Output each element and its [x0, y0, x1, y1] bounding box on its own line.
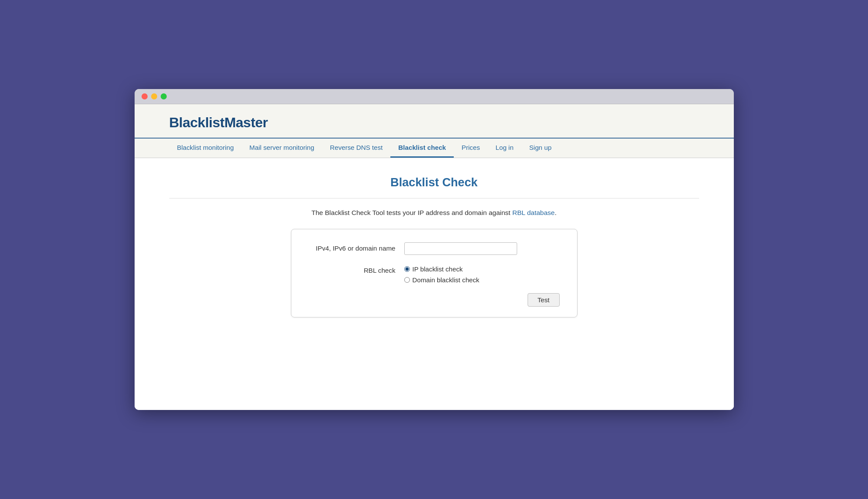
nav-log-in[interactable]: Log in: [488, 139, 521, 158]
description: The Blacklist Check Tool tests your IP a…: [169, 209, 699, 217]
traffic-light-yellow[interactable]: [151, 93, 157, 99]
rbl-check-row: RBL check IP blacklist check Domain blac…: [309, 264, 560, 284]
rbl-label: RBL check: [309, 264, 396, 274]
divider: [169, 198, 699, 198]
nav-reverse-dns-test[interactable]: Reverse DNS test: [322, 139, 391, 158]
site-header: BlacklistMaster: [135, 104, 734, 139]
site-nav: Blacklist monitoring Mail server monitor…: [135, 139, 734, 158]
ip-blacklist-check-radio[interactable]: [404, 266, 410, 272]
description-text-part1: The Blacklist Check Tool tests your IP a…: [311, 209, 512, 216]
ip-input-row: IPv4, IPv6 or domain name: [309, 242, 560, 255]
page-title: Blacklist Check: [169, 175, 699, 189]
domain-blacklist-check-label[interactable]: Domain blacklist check: [404, 276, 479, 284]
domain-blacklist-check-radio[interactable]: [404, 277, 410, 283]
ip-blacklist-check-text: IP blacklist check: [413, 265, 463, 273]
nav-blacklist-monitoring[interactable]: Blacklist monitoring: [169, 139, 242, 158]
nav-prices[interactable]: Prices: [454, 139, 488, 158]
domain-blacklist-check-text: Domain blacklist check: [413, 276, 479, 284]
ip-input[interactable]: [404, 242, 517, 255]
test-button[interactable]: Test: [528, 293, 560, 307]
browser-titlebar: [135, 89, 734, 104]
traffic-light-red[interactable]: [142, 93, 148, 99]
radio-group: IP blacklist check Domain blacklist chec…: [404, 264, 479, 284]
form-actions: Test: [309, 293, 560, 307]
traffic-light-green[interactable]: [161, 93, 167, 99]
nav-blacklist-check[interactable]: Blacklist check: [390, 139, 454, 158]
browser-window: BlacklistMaster Blacklist monitoring Mai…: [135, 89, 734, 410]
browser-content: BlacklistMaster Blacklist monitoring Mai…: [135, 104, 734, 410]
main-content: Blacklist Check The Blacklist Check Tool…: [135, 158, 734, 410]
rbl-database-link[interactable]: RBL database: [512, 209, 555, 216]
nav-mail-server-monitoring[interactable]: Mail server monitoring: [241, 139, 322, 158]
ip-label: IPv4, IPv6 or domain name: [309, 242, 396, 252]
form-card: IPv4, IPv6 or domain name RBL check IP b…: [291, 229, 578, 317]
description-text-part2: .: [555, 209, 557, 216]
site-logo[interactable]: BlacklistMaster: [169, 115, 699, 131]
ip-blacklist-check-label[interactable]: IP blacklist check: [404, 265, 479, 273]
nav-sign-up[interactable]: Sign up: [521, 139, 560, 158]
